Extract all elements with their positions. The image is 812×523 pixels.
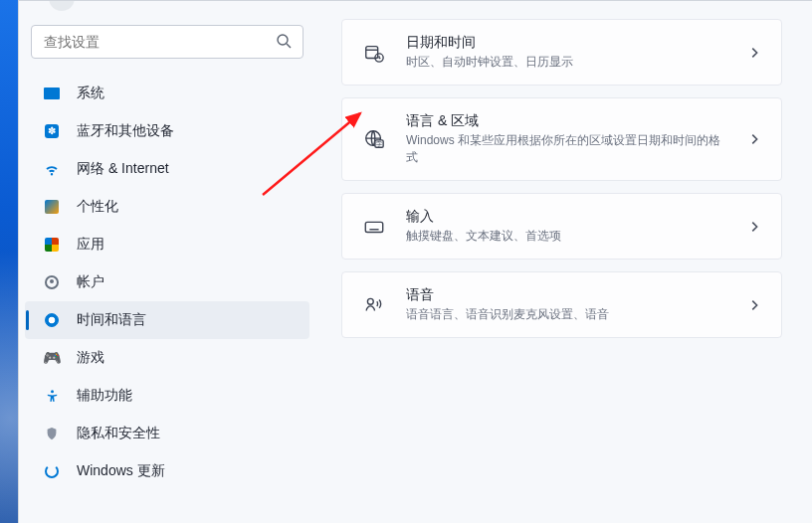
sidebar-item-accounts[interactable]: 帐户 bbox=[25, 263, 309, 301]
card-desc: 时区、自动时钟设置、日历显示 bbox=[406, 54, 727, 71]
display-icon bbox=[43, 85, 61, 102]
desktop-wallpaper-edge bbox=[0, 0, 18, 523]
card-language-region[interactable]: 字 语言 & 区域 Windows 和某些应用根据你所在的区域设置日期和时间的格… bbox=[341, 97, 782, 181]
sidebar-item-bluetooth[interactable]: ✽ 蓝牙和其他设备 bbox=[25, 112, 309, 150]
user-icon bbox=[43, 273, 61, 291]
sidebar-item-system[interactable]: 系统 bbox=[25, 75, 309, 112]
bluetooth-icon: ✽ bbox=[43, 122, 61, 140]
globe-language-icon: 字 bbox=[362, 127, 386, 151]
gamepad-icon: 🎮 bbox=[43, 349, 61, 367]
svg-rect-3 bbox=[366, 46, 378, 58]
sidebar-item-label: 网络 & Internet bbox=[77, 160, 298, 178]
card-desc: Windows 和某些应用根据你所在的区域设置日期和时间的格式 bbox=[406, 132, 727, 166]
card-date-time[interactable]: 日期和时间 时区、自动时钟设置、日历显示 bbox=[341, 19, 782, 86]
wifi-icon bbox=[43, 160, 61, 178]
clock-globe-icon bbox=[43, 311, 61, 329]
sidebar-item-network[interactable]: 网络 & Internet bbox=[25, 150, 309, 188]
card-texts: 语言 & 区域 Windows 和某些应用根据你所在的区域设置日期和时间的格式 bbox=[406, 112, 727, 166]
sidebar-nav: 系统 ✽ 蓝牙和其他设备 网络 & Internet 个性化 应用 bbox=[25, 73, 309, 492]
settings-window: 系统 ✽ 蓝牙和其他设备 网络 & Internet 个性化 应用 bbox=[18, 0, 812, 523]
svg-rect-9 bbox=[365, 222, 382, 232]
card-title: 语音 bbox=[406, 286, 727, 304]
chevron-right-icon bbox=[747, 298, 761, 312]
sidebar-item-label: 个性化 bbox=[77, 198, 298, 216]
sidebar-item-label: 游戏 bbox=[77, 349, 298, 367]
sidebar-item-apps[interactable]: 应用 bbox=[25, 226, 309, 263]
sidebar-item-label: Windows 更新 bbox=[77, 462, 298, 480]
search-icon bbox=[276, 33, 292, 49]
accessibility-icon bbox=[43, 387, 61, 405]
chevron-right-icon bbox=[747, 132, 761, 146]
card-input[interactable]: 输入 触摸键盘、文本建议、首选项 bbox=[341, 193, 782, 260]
update-icon bbox=[43, 462, 61, 480]
card-texts: 输入 触摸键盘、文本建议、首选项 bbox=[406, 208, 727, 245]
calendar-clock-icon bbox=[362, 41, 386, 65]
svg-point-0 bbox=[278, 35, 288, 45]
sidebar-item-label: 蓝牙和其他设备 bbox=[77, 122, 298, 140]
sidebar-item-personalization[interactable]: 个性化 bbox=[25, 188, 309, 226]
sidebar-item-label: 帐户 bbox=[77, 273, 298, 291]
content-pane: 日期和时间 时区、自动时钟设置、日历显示 字 语言 & 区域 Windows 和… bbox=[315, 1, 812, 523]
svg-line-1 bbox=[287, 44, 291, 48]
avatar bbox=[49, 0, 75, 11]
chevron-right-icon bbox=[747, 46, 761, 60]
apps-icon bbox=[43, 236, 61, 254]
card-texts: 语音 语音语言、语音识别麦克风设置、语音 bbox=[406, 286, 727, 323]
sidebar-item-label: 应用 bbox=[77, 236, 298, 254]
search-input[interactable] bbox=[31, 25, 304, 59]
sidebar-item-windows-update[interactable]: Windows 更新 bbox=[25, 452, 309, 490]
sidebar-item-label: 隐私和安全性 bbox=[77, 425, 298, 442]
sidebar-item-privacy[interactable]: 隐私和安全性 bbox=[25, 415, 309, 452]
card-desc: 语音语言、语音识别麦克风设置、语音 bbox=[406, 306, 727, 323]
shield-icon bbox=[43, 425, 61, 442]
sidebar-item-gaming[interactable]: 🎮 游戏 bbox=[25, 339, 309, 377]
sidebar: 系统 ✽ 蓝牙和其他设备 网络 & Internet 个性化 应用 bbox=[19, 1, 315, 523]
card-title: 语言 & 区域 bbox=[406, 112, 727, 130]
svg-text:字: 字 bbox=[376, 140, 382, 147]
card-desc: 触摸键盘、文本建议、首选项 bbox=[406, 228, 727, 245]
keyboard-icon bbox=[362, 215, 386, 239]
sidebar-item-label: 系统 bbox=[77, 85, 298, 102]
card-title: 日期和时间 bbox=[406, 34, 727, 52]
card-texts: 日期和时间 时区、自动时钟设置、日历显示 bbox=[406, 34, 727, 71]
card-voice[interactable]: 语音 语音语言、语音识别麦克风设置、语音 bbox=[341, 271, 782, 338]
sidebar-item-accessibility[interactable]: 辅助功能 bbox=[25, 377, 309, 415]
search-wrap bbox=[25, 25, 309, 73]
sidebar-item-time-language[interactable]: 时间和语言 bbox=[25, 301, 309, 339]
chevron-right-icon bbox=[747, 220, 761, 234]
brush-icon bbox=[43, 198, 61, 216]
user-header-stub bbox=[49, 1, 292, 11]
card-title: 输入 bbox=[406, 208, 727, 226]
voice-icon bbox=[362, 293, 386, 317]
sidebar-item-label: 辅助功能 bbox=[77, 387, 298, 405]
svg-point-2 bbox=[51, 390, 54, 393]
svg-point-16 bbox=[367, 298, 373, 304]
sidebar-item-label: 时间和语言 bbox=[77, 311, 298, 329]
